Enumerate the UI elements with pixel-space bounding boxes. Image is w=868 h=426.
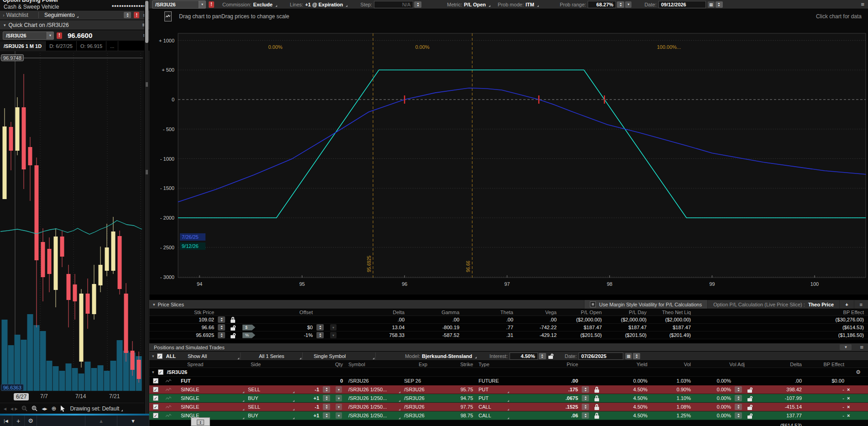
- positions-date-stepper[interactable]: ▲▼: [633, 353, 640, 359]
- scroll-up-icon[interactable]: ▲: [85, 415, 117, 426]
- price-value[interactable]: .1525: [510, 404, 581, 410]
- strike-value[interactable]: 94.75: [430, 395, 476, 401]
- dropdown-icon[interactable]: ▾: [330, 332, 337, 338]
- settings-menu-icon[interactable]: ≡: [861, 1, 864, 8]
- symbol-value[interactable]: /SR3U26 1/250...: [346, 403, 401, 411]
- margin-volatility-toggle[interactable]: Use Margin Style Volatility for P/L Calc…: [584, 300, 707, 309]
- mini-chart-canvas[interactable]: [0, 51, 143, 392]
- unlock-icon[interactable]: [747, 413, 752, 419]
- stock-price-value[interactable]: 95.6925: [149, 332, 217, 338]
- symbol-input[interactable]: /SR3U26: [153, 2, 199, 7]
- alert-icon[interactable]: !: [209, 1, 214, 8]
- chevron-down-icon[interactable]: ▾: [152, 354, 154, 358]
- exp-value[interactable]: /SR3U26: [401, 413, 430, 418]
- symbol-input[interactable]: /SR3U26: [3, 33, 47, 38]
- price-stepper[interactable]: ▲▼: [582, 395, 589, 401]
- group-checkbox[interactable]: ✓: [158, 369, 163, 375]
- price-stepper[interactable]: ▲▼: [582, 412, 589, 419]
- vol-adj-value[interactable]: 0.00%: [694, 395, 734, 401]
- dropdown-icon[interactable]: ▾: [336, 412, 342, 419]
- remove-row-button[interactable]: ×: [847, 404, 850, 410]
- checkbox-unchecked[interactable]: [590, 301, 596, 307]
- qty-stepper[interactable]: ▲▼: [323, 404, 330, 410]
- checkbox[interactable]: ✓: [153, 413, 158, 418]
- alert-icon[interactable]: !: [57, 32, 62, 39]
- offset-stepper[interactable]: ▲▼: [316, 324, 324, 331]
- stock-price-value[interactable]: 109.02: [149, 317, 217, 322]
- crosshair-icon[interactable]: ⊕: [51, 405, 56, 412]
- prob-range-input[interactable]: 68.27%: [588, 1, 616, 8]
- quantity-value[interactable]: -1: [295, 404, 322, 410]
- step-stepper[interactable]: ▲▼: [414, 1, 421, 8]
- lock-icon[interactable]: [594, 387, 599, 393]
- dropdown-icon[interactable]: ▾: [336, 395, 342, 401]
- lock-icon[interactable]: [594, 404, 599, 410]
- lock-icon[interactable]: [594, 413, 599, 419]
- qty-stepper[interactable]: ▲▼: [323, 386, 330, 393]
- unlock-icon[interactable]: [747, 404, 752, 410]
- price-stepper[interactable]: ▲▼: [582, 386, 589, 393]
- vol-adj-stepper[interactable]: ▲▼: [735, 395, 742, 401]
- position-row[interactable]: ✓SINGLESELL-1▲▼▾/SR3U26 1/250.../SR3U269…: [149, 385, 868, 394]
- symbol-value[interactable]: /SR3U26 1/250...: [346, 385, 401, 394]
- type-value[interactable]: PUT: [476, 394, 510, 402]
- vol-adj-stepper[interactable]: ▲▼: [735, 386, 742, 393]
- vol-adj-value[interactable]: 0.00%: [694, 404, 734, 410]
- type-value[interactable]: CALL: [476, 411, 510, 420]
- remove-row-button[interactable]: ×: [847, 413, 850, 418]
- side-value[interactable]: BUY: [245, 394, 295, 402]
- price-value[interactable]: .0675: [510, 395, 581, 401]
- risk-chart-canvas[interactable]: + 1000+ 5000- 500- 1000- 1500- 2000- 250…: [149, 23, 868, 295]
- scrollbar-handle[interactable]: [145, 1, 148, 43]
- side-value[interactable]: SELL: [245, 385, 295, 394]
- watchlist-label[interactable]: Watchlist: [6, 12, 28, 18]
- add-slice-button[interactable]: +: [839, 300, 853, 309]
- selected-date-tag[interactable]: 6/27: [14, 393, 29, 400]
- chevron-down-icon[interactable]: ▾: [4, 23, 6, 27]
- zoom-out-icon[interactable]: [21, 405, 27, 411]
- stock-price-value[interactable]: 96.66: [149, 325, 217, 330]
- popup-stepper-icon[interactable]: ▲▼: [197, 420, 204, 425]
- side-value[interactable]: BUY: [245, 411, 295, 420]
- dropdown-icon[interactable]: ▾: [336, 404, 342, 410]
- checkbox[interactable]: ✓: [153, 378, 158, 384]
- unlock-icon[interactable]: [231, 332, 235, 338]
- quantity-value[interactable]: +1: [295, 395, 322, 401]
- alert-icon[interactable]: !: [134, 12, 139, 18]
- filter-symbol-mode[interactable]: Single Symbol: [307, 352, 376, 360]
- unlock-icon[interactable]: [747, 395, 752, 401]
- pan-arrows-icon[interactable]: ◂ ▸: [11, 405, 17, 412]
- chart-more-label[interactable]: ...: [106, 41, 118, 51]
- remove-row-button[interactable]: ×: [847, 395, 850, 401]
- offset-stepper[interactable]: ▲▼: [316, 332, 324, 338]
- commission-setting[interactable]: Commission: Exclude: [222, 2, 278, 7]
- remove-row-button[interactable]: ×: [847, 387, 850, 392]
- offset-type-tag[interactable]: %: [242, 332, 255, 338]
- drawing-set-selector[interactable]: Drawing set: Default: [70, 405, 124, 412]
- spread-value[interactable]: SINGLE: [174, 385, 245, 394]
- gear-icon[interactable]: ⚙: [25, 415, 37, 426]
- collapse-section-icon[interactable]: ▼: [840, 344, 852, 350]
- positions-date-input[interactable]: 07/26/2025: [579, 352, 623, 360]
- symbol-combo[interactable]: /SR3U26 ▾: [3, 32, 54, 40]
- spread-value[interactable]: SINGLE: [174, 394, 245, 402]
- unlock-icon[interactable]: [231, 325, 235, 331]
- chevron-right-icon[interactable]: ›: [3, 12, 5, 18]
- select-all-checkbox[interactable]: ✓: [157, 353, 163, 359]
- spread-value[interactable]: SINGLE: [174, 403, 245, 411]
- dropdown-icon[interactable]: ▾: [330, 324, 337, 331]
- type-value[interactable]: CALL: [476, 403, 510, 411]
- offset-value[interactable]: -1%: [261, 332, 316, 338]
- price-value[interactable]: .175: [510, 387, 581, 392]
- price-stepper[interactable]: ▲▼: [582, 404, 589, 410]
- filter-series[interactable]: All 1 Series: [253, 352, 303, 360]
- strike-value[interactable]: 98.75: [430, 413, 476, 418]
- side-value[interactable]: SELL: [245, 403, 295, 411]
- slice-price-stepper[interactable]: ▲▼: [218, 324, 225, 331]
- lines-setting[interactable]: Lines: +1 @ Expiration: [290, 2, 349, 7]
- quantity-value[interactable]: -1: [295, 387, 322, 392]
- metric-setting[interactable]: Metric: P/L Open: [447, 2, 491, 7]
- prob-range-stepper[interactable]: ▲▼: [617, 1, 624, 8]
- type-value[interactable]: PUT: [476, 385, 510, 394]
- pan-left-icon[interactable]: ◂: [4, 405, 6, 412]
